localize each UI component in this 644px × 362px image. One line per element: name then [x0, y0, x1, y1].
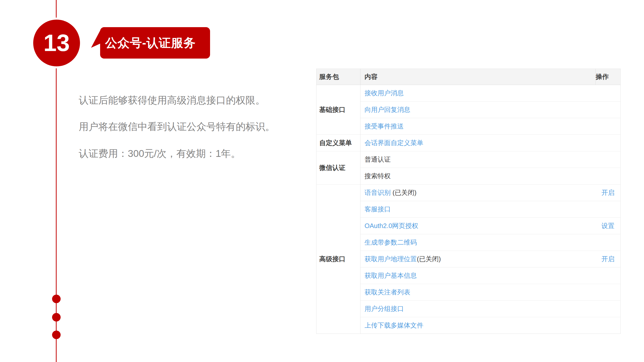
table-row: 获取用户地理位置(已关闭) 开启	[316, 251, 621, 267]
content-cell: 上传下载多媒体文件	[360, 317, 596, 334]
content-link[interactable]: 获取关注者列表	[365, 288, 410, 296]
package-cell: 高级接口	[316, 185, 360, 334]
table-row: 基础接口 接收用户消息	[316, 85, 621, 102]
content-link[interactable]: 用户分组接口	[365, 305, 404, 312]
action-cell	[596, 317, 621, 334]
content-link[interactable]: 获取用户地理位置	[365, 255, 417, 263]
content-cell: 会话界面自定义菜单	[360, 135, 596, 151]
action-link[interactable]: 开启	[601, 189, 615, 196]
content-link[interactable]: 上传下载多媒体文件	[365, 322, 423, 329]
content-link[interactable]: 获取用户基本信息	[365, 272, 417, 279]
header-content: 内容	[360, 69, 596, 85]
content-cell: 获取用户基本信息	[360, 267, 596, 284]
content-cell: 接受事件推送	[360, 118, 596, 135]
table-row: 搜索特权	[316, 168, 621, 185]
paragraph-benefit: 认证后能够获得使用高级消息接口的权限。	[79, 95, 265, 106]
action-cell	[596, 118, 621, 135]
content-link[interactable]: 会话界面自定义菜单	[365, 139, 423, 147]
action-cell	[596, 102, 621, 118]
table-row: 生成带参数二维码	[316, 234, 621, 251]
package-cell: 自定义菜单	[316, 135, 360, 151]
table-row: 获取关注者列表	[316, 284, 621, 301]
action-cell	[596, 234, 621, 251]
content-cell: 语音识别 (已关闭)	[360, 185, 596, 201]
content-text: 搜索特权	[365, 172, 391, 180]
header-action: 操作	[596, 69, 621, 85]
slide-title-banner: 公众号-认证服务	[100, 27, 210, 59]
table-row: OAuth2.0网页授权 设置	[316, 218, 621, 234]
content-link[interactable]: 语音识别	[365, 189, 391, 196]
action-cell: 开启	[596, 251, 621, 267]
content-link[interactable]: 接受事件推送	[365, 122, 404, 130]
timeline-dot	[52, 313, 61, 322]
content-cell: 获取关注者列表	[360, 284, 596, 301]
paragraph-fee: 认证费用：300元/次，有效期：1年。	[79, 148, 241, 159]
action-cell: 开启	[596, 185, 621, 201]
content-cell: 普通认证	[360, 151, 596, 168]
content-cell: 向用户回复消息	[360, 102, 596, 118]
content-link[interactable]: 客服接口	[365, 205, 391, 213]
status-text: (已关闭)	[391, 189, 417, 196]
timeline-line-top	[56, 0, 57, 18]
action-cell: 设置	[596, 218, 621, 234]
content-cell: 搜索特权	[360, 168, 596, 185]
timeline-dot	[52, 331, 61, 339]
package-cell: 微信认证	[316, 151, 360, 185]
table-row: 自定义菜单 会话界面自定义菜单	[316, 135, 621, 151]
table-row: 获取用户基本信息	[316, 267, 621, 284]
action-cell	[596, 284, 621, 301]
content-link[interactable]: OAuth2.0网页授权	[365, 222, 418, 230]
paragraph-badge-note: 用户将在微信中看到认证公众号特有的标识。	[79, 121, 275, 132]
content-cell: OAuth2.0网页授权	[360, 218, 596, 234]
table-row: 客服接口	[316, 201, 621, 218]
table-row: 微信认证 普通认证	[316, 151, 621, 168]
action-cell	[596, 168, 621, 185]
action-cell	[596, 267, 621, 284]
action-link[interactable]: 开启	[601, 255, 615, 263]
table-row: 用户分组接口	[316, 301, 621, 317]
content-text: 普通认证	[365, 156, 391, 163]
status-text: (已关闭)	[417, 255, 441, 263]
package-cell: 基础接口	[316, 85, 360, 135]
content-link[interactable]: 生成带参数二维码	[365, 239, 417, 246]
action-link[interactable]: 设置	[601, 222, 615, 230]
table-row: 接受事件推送	[316, 118, 621, 135]
action-cell	[596, 201, 621, 218]
action-cell	[596, 151, 621, 168]
timeline-dot	[52, 295, 61, 303]
services-table: 服务包 内容 操作 基础接口 接收用户消息 向用户回复消息 接受事件推送 自定义…	[316, 69, 621, 334]
action-cell	[596, 85, 621, 102]
content-cell: 生成带参数二维码	[360, 234, 596, 251]
table-row: 上传下载多媒体文件	[316, 317, 621, 334]
slide-number: 13	[44, 31, 70, 55]
action-cell	[596, 135, 621, 151]
page-title: 公众号-认证服务	[105, 35, 196, 51]
content-cell: 接收用户消息	[360, 85, 596, 102]
table-header-row: 服务包 内容 操作	[316, 69, 621, 85]
banner-pointer-icon	[91, 29, 101, 48]
content-cell: 客服接口	[360, 201, 596, 218]
slide-number-badge: 13	[33, 20, 80, 66]
content-cell: 用户分组接口	[360, 301, 596, 317]
action-cell	[596, 301, 621, 317]
table-row: 向用户回复消息	[316, 102, 621, 118]
table-row: 高级接口 语音识别 (已关闭) 开启	[316, 185, 621, 201]
content-link[interactable]: 接收用户消息	[365, 89, 404, 97]
content-link[interactable]: 向用户回复消息	[365, 106, 410, 113]
content-cell: 获取用户地理位置(已关闭)	[360, 251, 596, 267]
header-package: 服务包	[316, 69, 360, 85]
